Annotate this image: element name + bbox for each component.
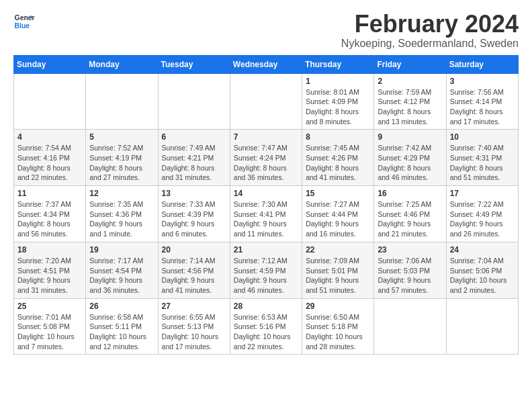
day-number: 6 [162, 132, 226, 142]
day-info: Sunrise: 7:54 AM Sunset: 4:16 PM Dayligh… [17, 143, 82, 183]
calendar-cell: 2Sunrise: 7:59 AM Sunset: 4:12 PM Daylig… [374, 73, 446, 130]
day-number: 11 [17, 189, 82, 198]
day-info: Sunrise: 7:20 AM Sunset: 4:51 PM Dayligh… [17, 256, 82, 295]
calendar-cell: 24Sunrise: 7:04 AM Sunset: 5:06 PM Dayli… [446, 242, 518, 298]
day-number: 24 [450, 245, 515, 255]
calendar-cell: 18Sunrise: 7:20 AM Sunset: 4:51 PM Dayli… [14, 242, 86, 298]
page-header: General Blue February 2024 Nykoeping, So… [13, 11, 519, 50]
weekday-header-wednesday: Wednesday [230, 55, 302, 73]
day-number: 18 [17, 245, 82, 255]
day-info: Sunrise: 7:22 AM Sunset: 4:49 PM Dayligh… [450, 199, 515, 239]
calendar-cell: 26Sunrise: 6:58 AM Sunset: 5:11 PM Dayli… [86, 298, 158, 355]
calendar-cell [158, 73, 230, 130]
day-info: Sunrise: 7:09 AM Sunset: 5:01 PM Dayligh… [306, 256, 370, 295]
day-info: Sunrise: 6:58 AM Sunset: 5:11 PM Dayligh… [89, 312, 154, 352]
day-info: Sunrise: 7:35 AM Sunset: 4:36 PM Dayligh… [89, 199, 154, 239]
day-info: Sunrise: 7:45 AM Sunset: 4:26 PM Dayligh… [306, 143, 370, 183]
month-year-title: February 2024 [341, 11, 519, 38]
logo-icon: General Blue [13, 11, 35, 32]
calendar-cell: 17Sunrise: 7:22 AM Sunset: 4:49 PM Dayli… [446, 186, 518, 242]
calendar-cell: 7Sunrise: 7:47 AM Sunset: 4:24 PM Daylig… [230, 130, 302, 186]
day-number: 13 [162, 189, 226, 198]
calendar-cell: 27Sunrise: 6:55 AM Sunset: 5:13 PM Dayli… [158, 298, 230, 355]
calendar-cell: 19Sunrise: 7:17 AM Sunset: 4:54 PM Dayli… [86, 242, 158, 298]
day-number: 2 [378, 77, 442, 86]
calendar-cell: 8Sunrise: 7:45 AM Sunset: 4:26 PM Daylig… [302, 130, 374, 186]
calendar-body: 1Sunrise: 8:01 AM Sunset: 4:09 PM Daylig… [14, 73, 519, 355]
day-info: Sunrise: 7:30 AM Sunset: 4:41 PM Dayligh… [234, 199, 298, 239]
calendar-cell: 25Sunrise: 7:01 AM Sunset: 5:08 PM Dayli… [14, 298, 86, 355]
calendar-cell: 4Sunrise: 7:54 AM Sunset: 4:16 PM Daylig… [14, 130, 86, 186]
calendar-cell [86, 73, 158, 130]
day-number: 25 [17, 302, 82, 311]
calendar-cell: 29Sunrise: 6:50 AM Sunset: 5:18 PM Dayli… [302, 298, 374, 355]
calendar-cell: 23Sunrise: 7:06 AM Sunset: 5:03 PM Dayli… [374, 242, 446, 298]
day-number: 12 [89, 189, 154, 198]
day-info: Sunrise: 7:12 AM Sunset: 4:59 PM Dayligh… [234, 256, 298, 295]
day-number: 14 [234, 189, 298, 198]
weekday-header-friday: Friday [374, 55, 446, 73]
calendar-cell: 21Sunrise: 7:12 AM Sunset: 4:59 PM Dayli… [230, 242, 302, 298]
day-number: 16 [378, 189, 442, 198]
day-info: Sunrise: 7:17 AM Sunset: 4:54 PM Dayligh… [89, 256, 154, 295]
calendar-week-row: 18Sunrise: 7:20 AM Sunset: 4:51 PM Dayli… [14, 242, 519, 298]
day-info: Sunrise: 7:47 AM Sunset: 4:24 PM Dayligh… [234, 143, 298, 183]
day-info: Sunrise: 7:27 AM Sunset: 4:44 PM Dayligh… [306, 199, 370, 239]
day-number: 5 [89, 132, 154, 142]
calendar-cell [446, 298, 518, 355]
day-number: 10 [450, 132, 515, 142]
day-number: 22 [306, 245, 370, 255]
calendar-week-row: 4Sunrise: 7:54 AM Sunset: 4:16 PM Daylig… [14, 130, 519, 186]
day-number: 27 [162, 302, 226, 311]
day-info: Sunrise: 7:59 AM Sunset: 4:12 PM Dayligh… [378, 87, 442, 127]
calendar-week-row: 25Sunrise: 7:01 AM Sunset: 5:08 PM Dayli… [14, 298, 519, 355]
day-number: 7 [234, 132, 298, 142]
weekday-header-sunday: Sunday [14, 55, 86, 73]
day-number: 28 [234, 302, 298, 311]
day-info: Sunrise: 7:49 AM Sunset: 4:21 PM Dayligh… [162, 143, 226, 183]
day-info: Sunrise: 7:01 AM Sunset: 5:08 PM Dayligh… [17, 312, 82, 352]
weekday-header-monday: Monday [86, 55, 158, 73]
svg-text:Blue: Blue [15, 22, 30, 30]
calendar-cell: 20Sunrise: 7:14 AM Sunset: 4:56 PM Dayli… [158, 242, 230, 298]
day-info: Sunrise: 7:56 AM Sunset: 4:14 PM Dayligh… [450, 87, 515, 127]
day-number: 17 [450, 189, 515, 198]
weekday-header-row: SundayMondayTuesdayWednesdayThursdayFrid… [14, 55, 519, 73]
day-info: Sunrise: 8:01 AM Sunset: 4:09 PM Dayligh… [306, 87, 370, 127]
calendar-cell: 10Sunrise: 7:40 AM Sunset: 4:31 PM Dayli… [446, 130, 518, 186]
day-number: 3 [450, 77, 515, 86]
day-info: Sunrise: 7:33 AM Sunset: 4:39 PM Dayligh… [162, 199, 226, 239]
calendar-cell [230, 73, 302, 130]
day-number: 8 [306, 132, 370, 142]
title-block: February 2024 Nykoeping, Soedermanland, … [341, 11, 519, 50]
day-info: Sunrise: 7:40 AM Sunset: 4:31 PM Dayligh… [450, 143, 515, 183]
day-number: 19 [89, 245, 154, 255]
day-number: 15 [306, 189, 370, 198]
day-number: 9 [378, 132, 442, 142]
day-number: 20 [162, 245, 226, 255]
calendar-cell: 6Sunrise: 7:49 AM Sunset: 4:21 PM Daylig… [158, 130, 230, 186]
logo: General Blue [13, 11, 35, 32]
day-number: 23 [378, 245, 442, 255]
day-info: Sunrise: 7:52 AM Sunset: 4:19 PM Dayligh… [89, 143, 154, 183]
day-number: 21 [234, 245, 298, 255]
calendar-cell: 16Sunrise: 7:25 AM Sunset: 4:46 PM Dayli… [374, 186, 446, 242]
calendar-cell [374, 298, 446, 355]
calendar-cell: 1Sunrise: 8:01 AM Sunset: 4:09 PM Daylig… [302, 73, 374, 130]
calendar-cell: 12Sunrise: 7:35 AM Sunset: 4:36 PM Dayli… [86, 186, 158, 242]
calendar-cell: 5Sunrise: 7:52 AM Sunset: 4:19 PM Daylig… [86, 130, 158, 186]
weekday-header-saturday: Saturday [446, 55, 518, 73]
calendar-cell [14, 73, 86, 130]
calendar-week-row: 1Sunrise: 8:01 AM Sunset: 4:09 PM Daylig… [14, 73, 519, 130]
day-number: 29 [306, 302, 370, 311]
calendar-cell: 13Sunrise: 7:33 AM Sunset: 4:39 PM Dayli… [158, 186, 230, 242]
day-info: Sunrise: 7:42 AM Sunset: 4:29 PM Dayligh… [378, 143, 442, 183]
day-info: Sunrise: 7:04 AM Sunset: 5:06 PM Dayligh… [450, 256, 515, 295]
calendar-table: SundayMondayTuesdayWednesdayThursdayFrid… [13, 55, 519, 355]
calendar-cell: 9Sunrise: 7:42 AM Sunset: 4:29 PM Daylig… [374, 130, 446, 186]
day-info: Sunrise: 7:06 AM Sunset: 5:03 PM Dayligh… [378, 256, 442, 295]
calendar-cell: 11Sunrise: 7:37 AM Sunset: 4:34 PM Dayli… [14, 186, 86, 242]
location-subtitle: Nykoeping, Soedermanland, Sweden [341, 38, 519, 50]
day-info: Sunrise: 7:25 AM Sunset: 4:46 PM Dayligh… [378, 199, 442, 239]
day-info: Sunrise: 6:50 AM Sunset: 5:18 PM Dayligh… [306, 312, 370, 352]
